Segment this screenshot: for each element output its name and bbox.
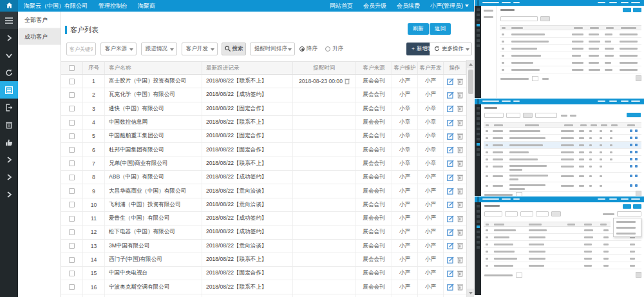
edit-icon[interactable] <box>447 174 454 181</box>
list-icon[interactable] <box>0 81 18 99</box>
customer-name: 中国数控信息网 <box>105 116 202 129</box>
edit-icon[interactable] <box>447 160 454 167</box>
row-checkbox[interactable] <box>69 106 75 111</box>
source-select[interactable]: 客户来源 <box>100 43 137 55</box>
row-checkbox[interactable] <box>69 257 75 263</box>
trash-icon[interactable] <box>457 174 463 181</box>
navbar-right-link[interactable]: 网站首页 <box>325 3 358 9</box>
edit-icon[interactable] <box>447 105 454 112</box>
page-title: 客户列表 <box>70 25 99 35</box>
edit-icon[interactable] <box>447 256 454 263</box>
row-checkbox[interactable] <box>69 79 75 84</box>
navbar-right-link[interactable]: 会员升级 <box>358 3 392 9</box>
customer-maintainer: 小严 <box>392 280 418 293</box>
followup-record: 2018/08/22【意向洽谈】 <box>202 240 293 253</box>
chevron-right-icon[interactable] <box>0 29 18 46</box>
trash-icon[interactable] <box>457 229 463 236</box>
back-button[interactable]: 返回 <box>430 23 451 35</box>
edit-icon[interactable] <box>447 229 454 236</box>
row-checkbox[interactable] <box>69 229 75 235</box>
row-number: 12 <box>83 225 105 238</box>
sidebar-item-all-customers[interactable]: 全部客户 <box>18 12 61 28</box>
trash-icon[interactable] <box>457 215 463 222</box>
logout-icon[interactable] <box>0 99 18 116</box>
search-button[interactable]: 搜索 <box>222 43 246 55</box>
chevron-right-icon[interactable] <box>0 168 18 186</box>
home-button[interactable] <box>0 0 18 12</box>
scrollbar-thumb[interactable] <box>468 70 473 94</box>
trash-icon[interactable] <box>457 146 463 153</box>
trash-icon[interactable] <box>457 270 463 277</box>
navbar-right-link[interactable]: 会员续费 <box>392 3 425 9</box>
refresh-icon[interactable] <box>0 64 18 81</box>
chevron-down-icon[interactable] <box>0 46 18 64</box>
remind-time <box>293 280 356 293</box>
row-checkbox[interactable] <box>69 92 75 98</box>
edit-icon[interactable] <box>447 91 454 99</box>
row-checkbox[interactable] <box>69 120 75 126</box>
chevron-right-icon[interactable] <box>0 151 18 168</box>
menu-icon[interactable] <box>0 12 18 29</box>
chevron-right-icon[interactable] <box>0 186 18 203</box>
row-checkbox[interactable] <box>69 243 75 249</box>
row-checkbox[interactable] <box>69 271 75 276</box>
customer-name: 飞利浦（中国）投资有限公司 <box>105 198 202 211</box>
vertical-scrollbar[interactable] <box>466 60 474 297</box>
edit-icon[interactable] <box>447 215 454 222</box>
delete-reminder-icon[interactable] <box>345 78 350 84</box>
scroll-up-button[interactable] <box>467 60 474 68</box>
remind-time <box>293 88 356 101</box>
row-checkbox[interactable] <box>69 284 75 290</box>
develop-select[interactable]: 客户开发 <box>182 43 218 55</box>
trash-icon[interactable] <box>457 78 463 85</box>
customer-maintainer: 小章 <box>392 116 418 129</box>
edit-icon[interactable] <box>447 119 454 126</box>
keyword-input[interactable] <box>66 43 96 55</box>
edit-icon[interactable] <box>447 78 454 85</box>
sort-desc-radio[interactable]: 降序 <box>299 45 317 53</box>
row-checkbox[interactable] <box>69 133 75 139</box>
trash-icon[interactable] <box>457 242 463 249</box>
select-all-checkbox[interactable] <box>69 65 75 71</box>
trash-icon[interactable] <box>457 160 463 167</box>
row-checkbox[interactable] <box>69 202 75 207</box>
row-checkbox[interactable] <box>69 160 75 166</box>
trash-icon[interactable] <box>457 105 463 112</box>
row-checkbox[interactable] <box>69 216 75 222</box>
sort-select[interactable]: 提醒时间排序 <box>250 43 295 55</box>
row-actions <box>444 225 466 238</box>
follow-status-select[interactable]: 跟进情况 <box>141 43 177 55</box>
more-actions-button[interactable]: 更多操作 <box>430 43 472 55</box>
trash-icon[interactable] <box>457 187 463 195</box>
edit-icon[interactable] <box>447 283 454 291</box>
edit-icon[interactable] <box>447 270 454 277</box>
row-checkbox[interactable] <box>69 188 75 194</box>
row-checkbox[interactable] <box>69 147 75 153</box>
scroll-down-button[interactable] <box>467 289 474 297</box>
mini-sidebar <box>475 104 481 196</box>
user-menu[interactable]: 小严(管理员) <box>425 2 474 10</box>
edit-icon[interactable] <box>447 133 454 140</box>
trash-icon[interactable] <box>457 133 463 140</box>
navbar-menu-item[interactable]: 淘聚商 <box>133 3 160 9</box>
row-checkbox[interactable] <box>69 175 75 180</box>
edit-icon[interactable] <box>447 187 454 195</box>
sidebar-item-success-customers[interactable]: 成功客户 <box>18 28 61 45</box>
thumbs-up-icon[interactable] <box>0 133 18 151</box>
brand-name[interactable]: 淘聚云（中国）有限公司 <box>18 2 93 10</box>
sort-asc-radio[interactable]: 升序 <box>325 45 343 53</box>
col-header: 客户名称 <box>105 62 202 74</box>
customer-maintainer: 小严 <box>392 171 418 184</box>
trash-icon[interactable] <box>0 116 18 133</box>
refresh-button[interactable]: 刷新 <box>408 23 429 35</box>
trash-icon[interactable] <box>457 256 463 263</box>
trash-icon[interactable] <box>457 201 463 208</box>
edit-icon[interactable] <box>447 242 454 249</box>
edit-icon[interactable] <box>447 201 454 208</box>
row-number: 14 <box>83 253 105 266</box>
edit-icon[interactable] <box>447 146 454 153</box>
trash-icon[interactable] <box>457 283 463 291</box>
navbar-menu-item[interactable]: 管理控制台 <box>93 3 133 9</box>
trash-icon[interactable] <box>457 119 463 126</box>
trash-icon[interactable] <box>457 91 463 99</box>
